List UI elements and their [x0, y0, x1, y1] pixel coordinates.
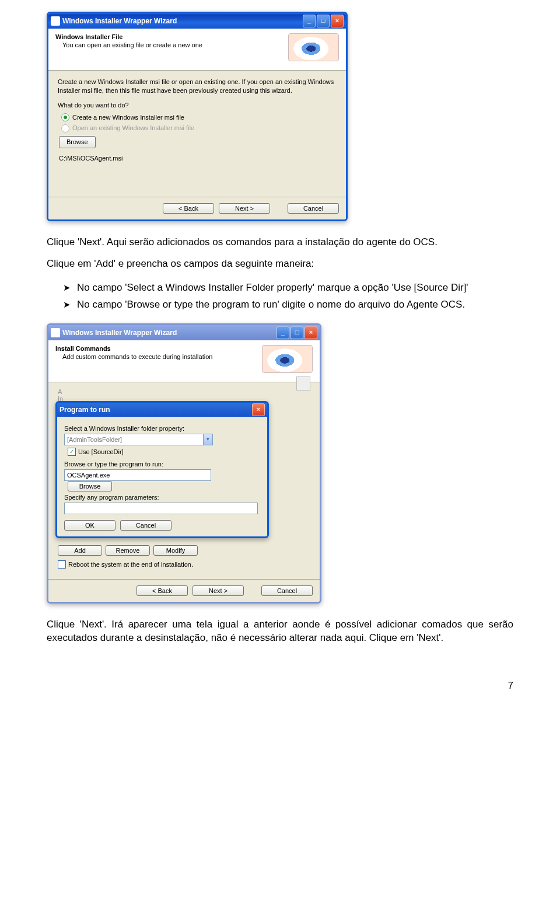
- ok-button[interactable]: OK: [64, 520, 116, 531]
- minimize-button[interactable]: _: [276, 326, 289, 339]
- next-button[interactable]: Next >: [192, 585, 244, 596]
- cancel-button[interactable]: Cancel: [261, 585, 313, 596]
- cancel-button[interactable]: Cancel: [120, 520, 172, 531]
- maximize-button[interactable]: □: [290, 326, 303, 339]
- eye-icon: [288, 33, 339, 61]
- back-button[interactable]: < Back: [163, 203, 214, 214]
- browse-program-label: Browse or type the program to run:: [64, 461, 260, 468]
- minimize-button[interactable]: _: [303, 15, 316, 27]
- back-button[interactable]: < Back: [136, 585, 188, 596]
- add-button[interactable]: Add: [58, 545, 102, 556]
- titlebar: Windows Installer Wrapper Wizard _ □ ×: [48, 325, 320, 340]
- file-path-text: C:\MSI\OCSAgent.msi: [59, 154, 337, 163]
- parameters-label: Specify any program parameters:: [64, 494, 260, 501]
- bullet-icon: ➤: [63, 298, 71, 312]
- paragraph-2: Clique em 'Add' e preencha os campos da …: [47, 257, 513, 271]
- app-icon: [51, 16, 60, 26]
- reboot-checkbox[interactable]: [58, 560, 66, 569]
- folder-property-select: [AdminToolsFolder] ▾: [64, 434, 213, 445]
- browse-button[interactable]: Browse: [59, 136, 96, 148]
- bullet-list: ➤ No campo 'Select a Windows Installer F…: [63, 281, 513, 312]
- radio-label: Open an existing Windows Installer msi f…: [72, 124, 194, 133]
- header-subtitle: You can open an existing file or create …: [62, 41, 282, 48]
- titlebar: Windows Installer Wrapper Wizard _ □ ×: [48, 13, 346, 29]
- header-subtitle: Add custom commands to execute during in…: [62, 353, 256, 360]
- eye-icon: [262, 345, 313, 373]
- use-sourcedir-checkbox[interactable]: [68, 448, 76, 456]
- radio-label: Create a new Windows Installer msi file: [72, 113, 184, 122]
- browse-button[interactable]: Browse: [68, 481, 112, 491]
- commands-area: A In: [48, 382, 320, 402]
- bullet-icon: ➤: [63, 281, 71, 295]
- parameters-input[interactable]: [64, 503, 258, 514]
- side-icon: [296, 376, 310, 390]
- wizard-header: Windows Installer File You can open an e…: [48, 29, 346, 71]
- chevron-down-icon: ▾: [203, 434, 212, 445]
- bullet-text: No campo 'Select a Windows Installer Fol…: [77, 281, 468, 295]
- next-button[interactable]: Next >: [219, 203, 270, 214]
- close-button[interactable]: ×: [331, 15, 344, 27]
- modal-titlebar: Program to run ×: [57, 403, 267, 417]
- page-number: 7: [47, 680, 513, 692]
- radio-icon: [61, 113, 69, 121]
- window-title: Windows Installer Wrapper Wizard: [62, 329, 276, 337]
- bullet-2: ➤ No campo 'Browse or type the program t…: [63, 298, 513, 312]
- radio-create-new[interactable]: Create a new Windows Installer msi file: [61, 113, 337, 122]
- program-input[interactable]: OCSAgent.exe: [64, 469, 211, 481]
- app-icon: [51, 328, 60, 337]
- radio-icon: [61, 124, 69, 133]
- header-title: Install Commands: [55, 345, 256, 352]
- wizard-dialog-2: Windows Installer Wrapper Wizard _ □ × I…: [47, 323, 321, 604]
- radio-open-existing: Open an existing Windows Installer msi f…: [61, 124, 337, 133]
- header-title: Windows Installer File: [55, 33, 282, 40]
- cancel-button[interactable]: Cancel: [288, 203, 339, 214]
- modify-button[interactable]: Modify: [153, 545, 198, 556]
- paragraph-3: Clique 'Next'. Irá aparecer uma tela igu…: [47, 618, 513, 645]
- modal-title: Program to run: [60, 406, 252, 414]
- maximize-button[interactable]: □: [317, 15, 330, 27]
- window-title: Windows Installer Wrapper Wizard: [62, 17, 303, 25]
- wizard-body: Create a new Windows Installer msi file …: [48, 71, 346, 197]
- modal-body: Select a Windows Installer folder proper…: [57, 417, 267, 536]
- wizard-header: Install Commands Add custom commands to …: [48, 340, 320, 382]
- wizard-footer: < Back Next > Cancel: [48, 579, 320, 602]
- paragraph-1: Clique 'Next'. Aqui serão adicionados os…: [47, 236, 513, 249]
- bullet-1: ➤ No campo 'Select a Windows Installer F…: [63, 281, 513, 295]
- bullet-text: No campo 'Browse or type the program to …: [77, 298, 465, 312]
- remove-button[interactable]: Remove: [106, 545, 150, 556]
- reboot-label: Reboot the system at the end of installa…: [68, 561, 193, 568]
- select-folder-label: Select a Windows Installer folder proper…: [64, 425, 260, 432]
- close-button[interactable]: ×: [304, 326, 317, 339]
- wizard-dialog-1: Windows Installer Wrapper Wizard _ □ × W…: [47, 12, 348, 221]
- select-value: [AdminToolsFolder]: [67, 436, 122, 443]
- use-sourcedir-label: Use [SourceDir]: [78, 448, 124, 455]
- column-hint-a: A: [58, 388, 62, 395]
- modal-close-button[interactable]: ×: [252, 403, 265, 416]
- program-to-run-dialog: Program to run × Select a Windows Instal…: [55, 401, 269, 538]
- description-text: Create a new Windows Installer msi file …: [58, 78, 337, 95]
- below-modal-area: Add Remove Modify Reboot the system at t…: [48, 541, 320, 579]
- question-text: What do you want to do?: [58, 101, 337, 110]
- wizard-footer: < Back Next > Cancel: [48, 197, 346, 219]
